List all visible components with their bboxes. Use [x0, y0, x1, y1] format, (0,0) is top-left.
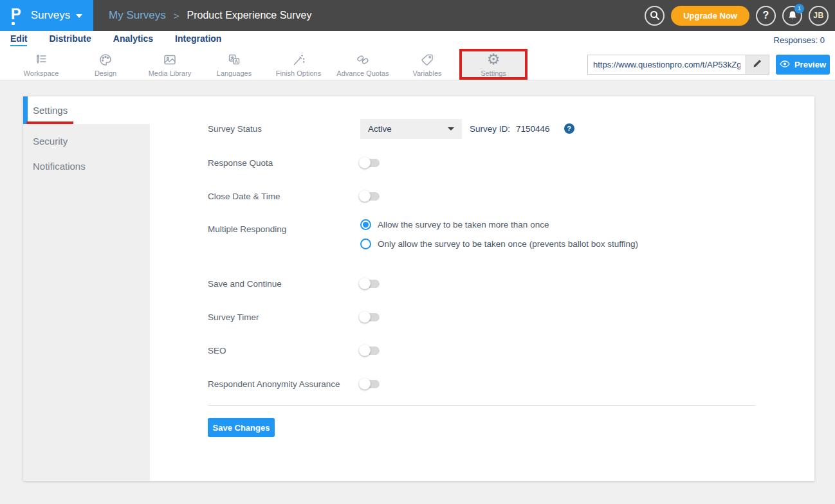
eye-icon	[780, 60, 790, 69]
survey-nav: Edit Distribute Analytics Integration Re…	[0, 31, 835, 49]
advance-quotas-icon	[355, 52, 371, 68]
workspace-icon	[33, 52, 49, 68]
breadcrumb-my-surveys[interactable]: My Surveys	[109, 9, 166, 22]
close-date-row: Close Date & Time	[208, 186, 380, 206]
tab-distribute[interactable]: Distribute	[49, 33, 91, 46]
survey-timer-toggle[interactable]	[360, 313, 380, 321]
survey-id-value: 7150446	[516, 124, 550, 134]
close-date-label: Close Date & Time	[208, 192, 360, 201]
page-title: Product Experience Survey	[187, 10, 312, 21]
survey-timer-label: Survey Timer	[208, 312, 360, 322]
languages-icon	[226, 52, 242, 68]
top-bar: P Surveys My Surveys > Product Experienc…	[0, 0, 835, 31]
sidebar-list: Security Notifications	[23, 124, 150, 481]
edit-url-button[interactable]	[746, 55, 769, 74]
survey-status-row: Survey Status Active Survey ID: 7150446 …	[208, 118, 574, 139]
edit-toolbar: Workspace Design Media Library Languages…	[0, 49, 835, 80]
toolbar-item-settings[interactable]: ⚙ Settings	[459, 49, 528, 80]
tab-edit[interactable]: Edit	[10, 33, 27, 46]
help-button[interactable]: ?	[756, 6, 776, 26]
save-continue-toggle[interactable]	[360, 280, 380, 288]
survey-id-help-icon[interactable]: ?	[564, 123, 574, 134]
radio-option-only-once[interactable]: Only allow the survey to be taken once (…	[360, 239, 638, 249]
breadcrumb-separator-icon: >	[174, 10, 179, 21]
section-divider	[208, 405, 755, 406]
toolbar-item-workspace[interactable]: Workspace	[9, 49, 73, 80]
variables-icon	[419, 52, 435, 68]
notification-count-badge: 1	[794, 4, 804, 14]
preview-button[interactable]: Preview	[776, 55, 830, 75]
app-logo-surveys-menu[interactable]: P Surveys	[0, 0, 93, 31]
breadcrumb: My Surveys > Product Experience Survey	[109, 9, 311, 22]
share-url-field	[587, 55, 769, 75]
media-library-icon	[162, 52, 178, 68]
save-continue-label: Save and Continue	[208, 279, 360, 289]
pencil-icon	[753, 59, 762, 71]
toolbar-item-variables[interactable]: Variables	[395, 49, 459, 80]
anonymity-label: Respondent Anonymity Assurance	[208, 379, 340, 389]
settings-sidebar: Settings Security Notifications	[23, 96, 150, 481]
seo-row: SEO	[208, 340, 380, 361]
toolbar-item-design[interactable]: Design	[73, 49, 138, 80]
survey-timer-row: Survey Timer	[208, 307, 380, 327]
question-mark-icon: ?	[763, 10, 769, 21]
close-date-toggle[interactable]	[360, 192, 380, 201]
sidebar-item-security[interactable]: Security	[23, 129, 150, 154]
seo-toggle[interactable]	[360, 346, 380, 355]
notifications-button[interactable]: 1	[782, 6, 802, 26]
design-icon	[98, 52, 113, 68]
anonymity-toggle[interactable]	[360, 380, 380, 388]
questionpro-logo-icon: P	[11, 7, 25, 24]
save-changes-button[interactable]: Save Changes	[208, 418, 275, 437]
response-quota-toggle[interactable]	[360, 159, 380, 167]
multiple-responding-row: Multiple Responding Allow the survey to …	[208, 219, 638, 240]
survey-status-label: Survey Status	[208, 124, 360, 134]
tab-integration[interactable]: Integration	[175, 33, 221, 46]
search-button[interactable]	[645, 6, 665, 26]
chevron-down-icon	[76, 14, 82, 18]
toolbar-item-media-library[interactable]: Media Library	[138, 49, 202, 80]
toolbar-item-advance-quotas[interactable]: Advance Quotas	[331, 49, 395, 80]
upgrade-now-button[interactable]: Upgrade Now	[671, 6, 749, 26]
response-quota-row: Response Quota	[208, 152, 380, 173]
chevron-down-icon	[448, 127, 454, 130]
sidebar-item-notifications[interactable]: Notifications	[23, 154, 150, 179]
toolbar-item-languages[interactable]: Languages	[202, 49, 266, 80]
radio-unselected-icon	[360, 239, 371, 249]
finish-options-icon	[291, 52, 306, 68]
anonymity-row: Respondent Anonymity Assurance	[208, 374, 372, 394]
radio-selected-icon	[360, 219, 371, 230]
share-url-input[interactable]	[588, 55, 746, 74]
survey-nav-tabs: Edit Distribute Analytics Integration	[10, 33, 221, 46]
settings-panel: Settings Security Notifications Survey S…	[23, 96, 814, 481]
toolbar-item-finish-options[interactable]: Finish Options	[266, 49, 331, 80]
sidebar-item-settings[interactable]: Settings	[23, 96, 150, 124]
user-avatar[interactable]: JB	[809, 6, 829, 26]
response-quota-label: Response Quota	[208, 158, 360, 168]
tab-analytics[interactable]: Analytics	[113, 33, 153, 46]
settings-gear-icon: ⚙	[487, 52, 500, 68]
product-name: Surveys	[31, 9, 70, 22]
save-continue-row: Save and Continue	[208, 273, 380, 294]
topbar-actions: Upgrade Now ? 1 JB	[645, 6, 835, 26]
multiple-responding-label: Multiple Responding	[208, 224, 360, 234]
radio-option-allow-multiple[interactable]: Allow the survey to be taken more than o…	[360, 219, 638, 230]
responses-count[interactable]: Responses: 0	[774, 35, 825, 45]
seo-label: SEO	[208, 346, 360, 356]
avatar-initials: JB	[813, 11, 823, 20]
survey-status-select[interactable]: Active	[360, 119, 462, 139]
search-icon	[650, 10, 660, 21]
survey-id-label: Survey ID:	[470, 124, 510, 134]
multiple-responding-options: Allow the survey to be taken more than o…	[360, 219, 638, 249]
